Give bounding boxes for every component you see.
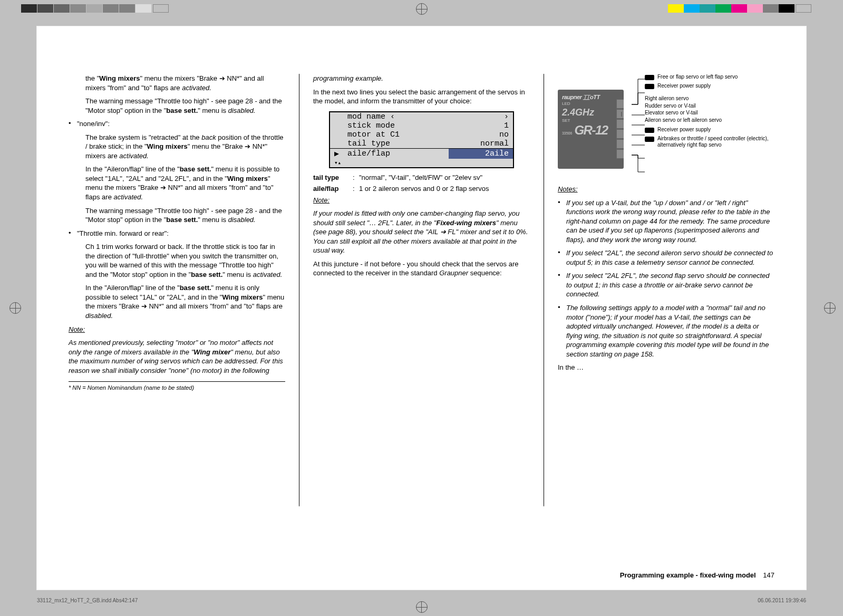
list-item: • "Throttle min. forward or rear": Ch 1 …: [69, 229, 285, 325]
note-header: Note:: [313, 196, 530, 205]
list-item: •If you select "2AL", the second aileron…: [558, 248, 774, 271]
pin-2: | + 2: [616, 139, 624, 149]
paragraph: Ch 1 trim works forward or back. If the …: [77, 242, 285, 279]
receiver-model: GR-12: [574, 123, 607, 138]
print-date: 06.06.2011 19:39:46: [758, 598, 806, 603]
transmitter-menu: mod name ‹› stick mode1 motor at C1no ta…: [329, 111, 514, 168]
servo-icon: [645, 128, 654, 133]
paragraph: In the …: [558, 363, 774, 372]
registration-mark-icon: [416, 3, 428, 15]
footer-title: Programming example - fixed-wing model: [620, 571, 756, 579]
registration-mark-icon: [824, 302, 836, 314]
footnote-rule: * NN = Nomen Nominandum (name to be stat…: [69, 381, 285, 392]
servo-icon: [645, 75, 654, 80]
paragraph: the "Wing mixers" menu the mixers "Brake…: [69, 74, 285, 92]
pin-t: | + T: [616, 149, 624, 159]
paragraph: In the next two lines you select the bas…: [313, 88, 530, 106]
list-item: • "none/inv": The brake system is "retra…: [69, 119, 285, 228]
note-body: If your model is fitted with only one ca…: [313, 209, 530, 255]
menu-row: motor at C1no: [330, 130, 513, 139]
column-divider: [299, 74, 299, 506]
print-meta: 33112_mx12_HoTT_2_GB.indd Abs42:147 06.0…: [37, 598, 806, 603]
bullet-label: "none/inv":: [77, 119, 285, 129]
print-swatch-grayscale: [21, 4, 169, 13]
note-body: As mentioned previously, selecting "moto…: [69, 338, 285, 375]
pin-5t: | + 5T: [616, 109, 624, 119]
page-footer: Programming example - fixed-wing model 1…: [620, 571, 774, 579]
page-number: 147: [763, 571, 774, 579]
list-item: •If you select "2AL 2FL", the second fla…: [558, 271, 774, 303]
paragraph: At this juncture - if not before - you s…: [313, 259, 530, 278]
bullet-label: "Throttle min. forward or rear":: [77, 229, 285, 238]
menu-row: stick mode1: [330, 121, 513, 130]
menu-row: mod name ‹›: [330, 112, 513, 121]
footnote: * NN = Nomen Nominandum (name to be stat…: [69, 384, 285, 392]
list-item: •The following settings apply to a model…: [558, 303, 774, 363]
receiver-partnum: 33506: [562, 131, 572, 135]
registration-mark-icon: [9, 302, 21, 314]
cursor-icon: ▶: [330, 148, 343, 159]
receiver-led-label: LED: [562, 101, 621, 106]
receiver-labels: Free or flap servo or left flap servo Re…: [645, 74, 774, 149]
pin-6: | + 6: [616, 99, 624, 109]
servo-icon: [645, 84, 654, 89]
menu-row-selected: ▶aile/flap2aile: [330, 148, 513, 159]
receiver-body: raupner ⌶⌶oTT LED 2.4GHz SET 33506 GR-12…: [558, 90, 624, 169]
receiver-pins: | + 6 | + 5T | + 4 | + 3 | + 2 | + T: [616, 99, 624, 159]
paragraph: The brake system is "retracted" at the b…: [77, 133, 285, 161]
menu-row: tail typenormal: [330, 139, 513, 149]
list-item: •If you set up a V-tail, but the "up / d…: [558, 198, 774, 249]
receiver-set-label: SET: [562, 118, 621, 123]
paragraph: In the "Aileron/flap" line of the "base …: [77, 283, 285, 320]
receiver-frequency: 2.4GHz: [562, 107, 621, 118]
column-3: raupner ⌶⌶oTT LED 2.4GHz SET 33506 GR-12…: [558, 74, 774, 506]
column-2: programming example. In the next two lin…: [313, 74, 530, 506]
column-divider: [544, 74, 544, 506]
paragraph: The warning message "Throttle too high" …: [69, 97, 285, 115]
print-swatch-color: [668, 4, 811, 13]
paragraph: The warning message "Throttle too high" …: [77, 206, 285, 225]
column-1: the "Wing mixers" menu the mixers "Brake…: [69, 74, 285, 506]
pin-4: | + 4: [616, 119, 624, 129]
print-file: 33112_mx12_HoTT_2_GB.indd Abs42:147: [37, 598, 138, 603]
receiver-brand: raupner ⌶⌶oTT: [562, 94, 621, 100]
notes-header: Notes:: [558, 185, 774, 194]
manual-page: the "Wing mixers" menu the mixers "Brake…: [37, 26, 806, 590]
menu-nav-arrows: ▾▴: [330, 159, 513, 167]
definition-row: tail type: "normal", "V-tail", "delt/FlW…: [313, 174, 530, 181]
definition-row: aile/flap: 1 or 2 aileron servos and 0 o…: [313, 185, 530, 192]
receiver-diagram: raupner ⌶⌶oTT LED 2.4GHz SET 33506 GR-12…: [558, 74, 774, 185]
note-header: Note:: [69, 325, 285, 334]
paragraph: programming example.: [313, 74, 530, 83]
paragraph: In the "Aileron/flap" line of the "base …: [77, 165, 285, 201]
pin-3: | + 3: [616, 129, 624, 139]
servo-icon: [645, 137, 654, 142]
page-wrap: the "Wing mixers" menu the mixers "Brake…: [0, 0, 843, 616]
